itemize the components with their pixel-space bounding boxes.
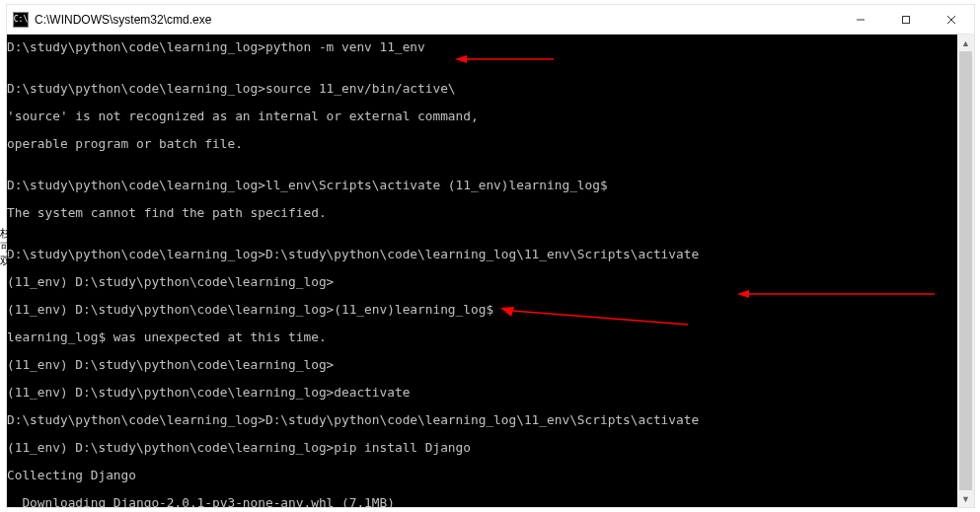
vertical-scrollbar[interactable]: ▲ ▼ — [957, 35, 974, 507]
output-text: Collecting Django — [7, 469, 974, 482]
command: source 11_env/bin/active\ — [265, 81, 456, 96]
prompt: D:\study\python\code\learning_log> — [7, 247, 265, 261]
edge-char: 双 — [0, 254, 11, 267]
output-text: 'source' is not recognized as an interna… — [7, 110, 974, 123]
prompt: D:\study\python\code\learning_log> — [7, 178, 265, 192]
output-text: Downloading Django-2.0.1-py3-none-any.wh… — [7, 496, 974, 507]
scroll-track[interactable] — [957, 51, 974, 490]
prompt: D:\study\python\code\learning_log> — [7, 81, 265, 96]
prompt: (11_env) D:\study\python\code\learning_l… — [7, 357, 334, 372]
output-text: The system cannot find the path specifie… — [7, 206, 974, 220]
crop-edge-text: 杉 可 双 — [0, 226, 11, 267]
prompt: D:\study\python\code\learning_log> — [7, 39, 265, 54]
window-title: C:\WINDOWS\system32\cmd.exe — [35, 13, 211, 27]
edge-char: 杉 — [0, 226, 11, 240]
command: D:\study\python\code\learning_log\11_env… — [265, 412, 699, 427]
output-text: operable program or batch file. — [7, 137, 974, 151]
edge-char: 可 — [0, 240, 11, 254]
prompt: (11_env) D:\study\python\code\learning_l… — [7, 385, 334, 400]
window-controls — [838, 5, 974, 34]
prompt: D:\study\python\code\learning_log> — [7, 412, 265, 427]
console-output: D:\study\python\code\learning_log>python… — [7, 35, 974, 507]
prompt: (11_env) D:\study\python\code\learning_l… — [7, 440, 334, 455]
output-text: learning_log$ was unexpected at this tim… — [7, 330, 974, 344]
scroll-up-button[interactable]: ▲ — [957, 35, 974, 51]
command: deactivate — [334, 385, 410, 400]
svg-rect-1 — [903, 16, 910, 23]
scroll-down-button[interactable]: ▼ — [957, 490, 974, 507]
console-area[interactable]: D:\study\python\code\learning_log>python… — [7, 35, 974, 507]
command: (11_env)learning_log$ — [334, 302, 493, 317]
command: ll_env\Scripts\activate (11_env)learning… — [265, 178, 608, 192]
command: python -m venv 11_env — [265, 39, 425, 54]
command: D:\study\python\code\learning_log\11_env… — [265, 247, 699, 261]
minimize-button[interactable] — [838, 5, 883, 34]
prompt: (11_env) D:\study\python\code\learning_l… — [7, 274, 334, 289]
cmd-window: C:\ C:\WINDOWS\system32\cmd.exe D:\study… — [6, 4, 975, 508]
maximize-button[interactable] — [883, 5, 929, 34]
titlebar[interactable]: C:\ C:\WINDOWS\system32\cmd.exe — [7, 5, 974, 35]
command: pip install Django — [334, 440, 471, 455]
scroll-thumb[interactable] — [959, 51, 972, 490]
close-button[interactable] — [929, 5, 974, 34]
prompt: (11_env) D:\study\python\code\learning_l… — [7, 302, 334, 317]
cmd-icon: C:\ — [13, 12, 29, 28]
